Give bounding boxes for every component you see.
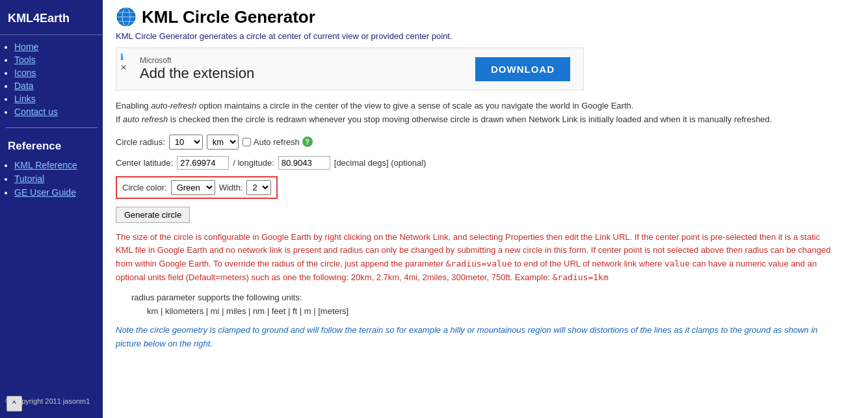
radius-label: Circle radius: [116,137,165,147]
sidebar-link-ge-guide[interactable]: GE User Guide [14,187,76,198]
generate-btn-row: Generate circle [116,207,855,231]
sidebar-link-icons[interactable]: Icons [14,68,36,78]
note-text: Note the circle geometry is clamped to g… [116,324,831,351]
sidebar-item-tools[interactable]: Tools [14,55,103,65]
desc-text-1: Enabling auto-refresh option maintains a… [116,99,831,127]
example-code: &radius=1km [553,272,609,282]
value-code: value [664,259,690,268]
lon-input[interactable] [278,156,330,170]
unit-select[interactable]: km mi nm ft m [207,135,239,150]
sidebar-link-tools[interactable]: Tools [14,55,36,65]
units-intro: radius parameter supports the following … [131,293,855,302]
info-paragraph: The size of the circle is configurable i… [116,231,831,285]
sidebar-link-tutorial[interactable]: Tutorial [14,174,44,184]
sidebar-item-ge-guide[interactable]: GE User Guide [14,187,103,198]
reference-section-title: Reference [0,136,103,157]
param-code: &radius=value [446,259,512,268]
sidebar-title: KML4Earth [0,7,103,35]
width-label: Width: [219,183,243,192]
sidebar-link-kml-ref[interactable]: KML Reference [14,160,77,170]
sidebar-item-contact[interactable]: Contact us [14,107,103,117]
main-content: KML Circle Generator KML Circle Generato… [103,0,868,418]
auto-refresh-text: Auto refresh [254,137,300,147]
sidebar-item-icons[interactable]: Icons [14,68,103,78]
sidebar-item-data[interactable]: Data [14,81,103,91]
scroll-to-top-button[interactable]: ^ [7,396,22,411]
lon-label: / longitude: [233,158,274,168]
auto-refresh-label: Auto refresh ? [243,137,313,147]
sidebar-item-home[interactable]: Home [14,42,103,52]
lat-label: Center latitude: [116,158,173,168]
ad-close-icon[interactable]: ✕ [120,63,127,72]
latlon-row: Center latitude: / longitude: [decimal d… [116,156,855,170]
page-subtitle: KML Circle Generator generates a circle … [116,31,855,41]
sidebar-item-kml-ref[interactable]: KML Reference [14,160,103,170]
ad-brand: Microsoft [140,56,254,65]
ad-info-icon[interactable]: ℹ [120,52,127,62]
sidebar-link-contact[interactable]: Contact us [14,107,58,117]
auto-refresh-checkbox[interactable] [243,138,251,146]
decimal-label: [decimal degs] (optional) [334,158,427,168]
ad-close-icons: ℹ ✕ [120,52,127,72]
sidebar-divider [5,127,98,128]
help-icon[interactable]: ? [302,137,313,147]
sidebar-link-links[interactable]: Links [14,94,36,104]
sidebar-item-links[interactable]: Links [14,94,103,104]
auto-refresh-em2: auto refresh [123,114,168,124]
ad-headline: Add the extension [140,65,254,82]
globe-icon [116,7,137,27]
sidebar-item-tutorial[interactable]: Tutorial [14,174,103,184]
page-title-row: KML Circle Generator [116,7,855,27]
color-select[interactable]: Green Red Blue Yellow White Black [171,180,215,195]
page-title-text: KML Circle Generator [142,7,315,27]
sidebar-link-data[interactable]: Data [14,81,34,91]
color-label: Circle color: [122,183,167,192]
radius-row: Circle radius: 10 5 15 20 50 100 km mi n… [116,135,855,150]
ad-banner: ℹ ✕ Microsoft Add the extension DOWNLOAD [116,47,584,90]
sidebar-nav: Home Tools Icons Data Links Contact us [0,39,103,120]
generate-circle-button[interactable]: Generate circle [116,207,190,223]
lat-input[interactable] [177,156,229,170]
ad-left: Microsoft Add the extension [129,56,254,82]
units-list: km | kilometers | mi | miles | nm | feet… [147,306,855,316]
ad-download-button[interactable]: DOWNLOAD [475,57,570,81]
radius-select[interactable]: 10 5 15 20 50 100 [169,135,203,150]
width-select[interactable]: 2 1 3 4 5 [246,180,271,195]
sidebar: KML4Earth Home Tools Icons Data Links Co… [0,0,103,418]
sidebar-ref-nav: KML Reference Tutorial GE User Guide [0,157,103,201]
auto-refresh-em1: auto-refresh [151,101,196,111]
circle-color-row: Circle color: Green Red Blue Yellow Whit… [116,176,278,199]
sidebar-link-home[interactable]: Home [14,42,38,52]
